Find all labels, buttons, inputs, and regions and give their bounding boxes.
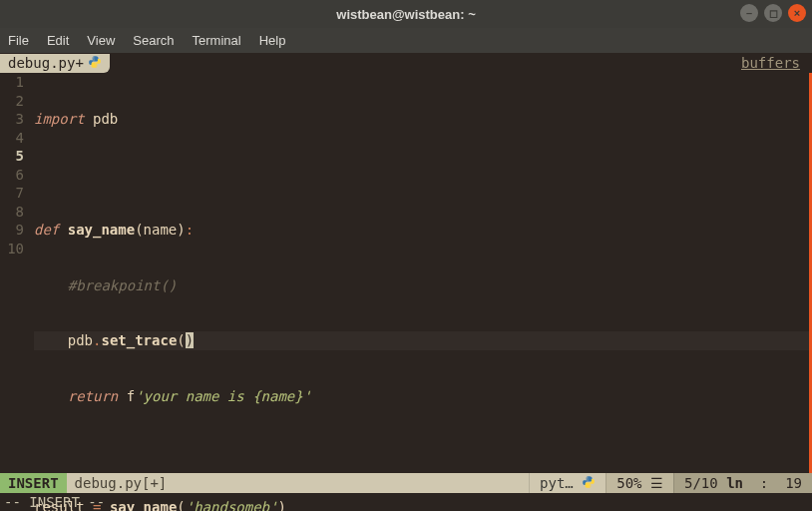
linenum: 4: [0, 129, 24, 148]
code-content[interactable]: import pdb def say_name(name): #breakpoi…: [34, 73, 812, 473]
code-line-7: [34, 442, 812, 461]
menu-help[interactable]: Help: [259, 33, 286, 48]
code-line-6: return f'your name is {name}': [34, 387, 812, 406]
python-icon: [88, 55, 102, 72]
code-line-2: [34, 166, 812, 185]
linenum: 3: [0, 110, 24, 129]
tab-debug-py[interactable]: debug.py+: [0, 54, 110, 73]
code-line-3: def say_name(name):: [34, 221, 812, 240]
code-line-4: #breakpoint(): [34, 276, 812, 295]
close-button[interactable]: ×: [788, 4, 806, 22]
maximize-button[interactable]: ◻: [764, 4, 782, 22]
editor-area[interactable]: 1 2 3 4 5 6 7 8 9 10 import pdb def say_…: [0, 73, 812, 473]
linenum: 9: [0, 221, 24, 240]
tab-bar: debug.py+ buffers: [0, 53, 812, 73]
line-number-gutter: 1 2 3 4 5 6 7 8 9 10: [0, 73, 34, 473]
code-line-5: pdb.set_trace(): [34, 331, 812, 350]
linenum: 7: [0, 184, 24, 203]
buffers-label[interactable]: buffers: [741, 55, 812, 71]
linenum: 1: [0, 73, 24, 92]
window-title: wistbean@wistbean: ~: [336, 7, 475, 22]
minimize-button[interactable]: –: [740, 4, 758, 22]
tab-label: debug.py+: [8, 55, 84, 71]
menu-search[interactable]: Search: [133, 33, 174, 48]
linenum: 2: [0, 92, 24, 111]
linenum: 10: [0, 240, 24, 258]
code-line-1: import pdb: [34, 110, 812, 129]
menu-terminal[interactable]: Terminal: [193, 33, 241, 48]
linenum: 8: [0, 203, 24, 222]
linenum: 6: [0, 166, 24, 185]
cursor: ): [186, 332, 194, 348]
window-controls: – ◻ ×: [740, 4, 806, 22]
menu-file[interactable]: File: [8, 33, 29, 48]
menu-edit[interactable]: Edit: [47, 33, 69, 48]
linenum-current: 5: [0, 147, 24, 166]
window-titlebar: wistbean@wistbean: ~ – ◻ ×: [0, 0, 812, 28]
code-line-8: result = say_name('handsomeb'): [34, 498, 812, 512]
menubar: File Edit View Search Terminal Help: [0, 28, 812, 53]
menu-view[interactable]: View: [87, 33, 115, 48]
